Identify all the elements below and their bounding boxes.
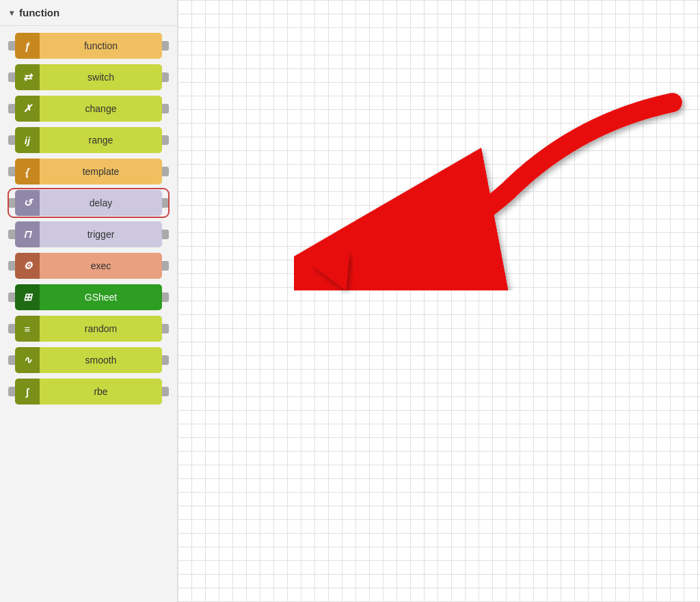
node-item-gsheet[interactable]: ⊞ GSheet: [10, 284, 167, 310]
port-right-exec: [162, 261, 169, 271]
port-left-delay: [8, 198, 15, 208]
node-label-exec: exec: [40, 253, 162, 279]
port-left-random: [8, 324, 15, 333]
node-label-smooth: smooth: [40, 347, 162, 373]
node-icon-change: ✗: [15, 96, 40, 122]
node-item-rbe[interactable]: ∫ rbe: [10, 379, 167, 405]
node-item-exec[interactable]: ⚙ exec: [10, 253, 167, 279]
port-left-rbe: [8, 387, 15, 396]
port-left-exec: [8, 261, 15, 271]
sidebar: ▾ function ƒ function ⇄ switch ✗ change …: [0, 0, 178, 602]
port-right-gsheet: [162, 292, 169, 302]
port-right-change: [162, 104, 169, 113]
port-left-trigger: [8, 230, 15, 239]
port-right-switch: [162, 72, 169, 82]
node-item-delay[interactable]: ↺ delay: [10, 190, 167, 216]
node-label-gsheet: GSheet: [40, 284, 162, 310]
node-icon-random: ≡: [15, 316, 40, 342]
sidebar-header: ▾ function: [0, 0, 177, 26]
node-item-template[interactable]: { template: [10, 159, 167, 184]
port-left-gsheet: [8, 292, 15, 302]
port-left-function: [8, 41, 15, 51]
node-icon-template: {: [15, 159, 40, 184]
node-item-switch[interactable]: ⇄ switch: [10, 64, 167, 90]
node-item-smooth[interactable]: ∿ smooth: [10, 347, 167, 373]
port-left-range: [8, 135, 15, 145]
sidebar-title: function: [19, 7, 59, 18]
node-label-switch: switch: [40, 64, 162, 90]
node-icon-function: ƒ: [15, 33, 40, 59]
node-icon-exec: ⚙: [15, 253, 40, 279]
port-right-rbe: [162, 387, 169, 396]
node-icon-smooth: ∿: [15, 347, 40, 373]
port-right-function: [162, 41, 169, 51]
port-left-switch: [8, 72, 15, 82]
node-label-rbe: rbe: [40, 379, 162, 405]
chevron-icon: ▾: [10, 8, 14, 18]
svg-marker-1: [312, 251, 349, 290]
node-icon-gsheet: ⊞: [15, 284, 40, 310]
node-label-random: random: [40, 316, 162, 342]
node-label-change: change: [40, 96, 162, 122]
node-icon-rbe: ∫: [15, 379, 40, 405]
canvas: [178, 0, 700, 602]
port-right-trigger: [162, 230, 169, 239]
port-right-smooth: [162, 355, 169, 365]
port-left-smooth: [8, 355, 15, 365]
port-right-template: [162, 167, 169, 176]
node-item-change[interactable]: ✗ change: [10, 96, 167, 122]
node-label-function: function: [40, 33, 162, 59]
node-label-template: template: [40, 159, 162, 184]
port-left-change: [8, 104, 15, 113]
port-right-random: [162, 324, 169, 333]
node-item-trigger[interactable]: ⊓ trigger: [10, 221, 167, 247]
nodes-list: ƒ function ⇄ switch ✗ change ij range { …: [0, 26, 177, 411]
node-icon-trigger: ⊓: [15, 221, 40, 247]
port-right-range: [162, 135, 169, 145]
node-label-trigger: trigger: [40, 221, 162, 247]
node-icon-delay: ↺: [15, 190, 40, 216]
node-label-delay: delay: [40, 190, 162, 216]
node-label-range: range: [40, 127, 162, 153]
node-icon-range: ij: [15, 127, 40, 153]
node-item-function[interactable]: ƒ function: [10, 33, 167, 59]
port-left-template: [8, 167, 15, 176]
arrow-annotation: [178, 0, 700, 602]
port-right-delay: [162, 198, 169, 208]
node-icon-switch: ⇄: [15, 64, 40, 90]
node-item-range[interactable]: ij range: [10, 127, 167, 153]
node-item-random[interactable]: ≡ random: [10, 316, 167, 342]
